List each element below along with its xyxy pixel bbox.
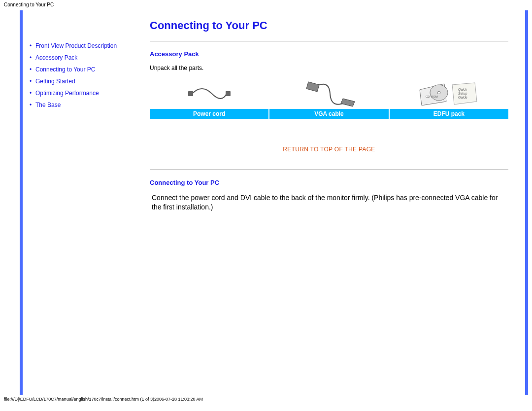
vga-cable-icon [299, 80, 359, 107]
divider [150, 41, 508, 41]
svg-marker-3 [341, 99, 355, 106]
main-content: Connecting to Your PC Accessory Pack Unp… [135, 10, 528, 395]
svg-rect-0 [188, 91, 193, 96]
sidebar-item-accessory-pack[interactable]: • Accessory Pack [30, 52, 133, 64]
sidebar-link[interactable]: The Base [35, 101, 61, 109]
image-edfu-pack: CD-ROM Quick Setup Guide [389, 78, 508, 109]
footer-path: file:///D|/EDFU/LCD/170C7/manual/english… [0, 395, 532, 405]
bullet-icon: • [30, 53, 35, 62]
svg-rect-1 [226, 91, 231, 96]
bullet-icon: • [30, 101, 35, 109]
bullet-icon: • [30, 89, 35, 98]
sidebar-item-front-view[interactable]: • Front View Product Description [30, 40, 133, 52]
section-heading-connecting: Connecting to Your PC [150, 179, 508, 186]
svg-point-6 [437, 91, 440, 94]
accessory-images-row: CD-ROM Quick Setup Guide [150, 78, 508, 109]
sidebar-link[interactable]: Accessory Pack [35, 53, 77, 62]
bullet-icon: • [30, 65, 35, 74]
return-to-top[interactable]: RETURN TO TOP OF THE PAGE [150, 145, 508, 153]
return-to-top-link[interactable]: RETURN TO TOP OF THE PAGE [283, 146, 375, 153]
section-paragraph-connect: Connect the power cord and DVI cable to … [152, 193, 508, 212]
image-vga-cable [269, 78, 389, 109]
sidebar-link[interactable]: Getting Started [35, 77, 75, 86]
svg-text:Guide: Guide [458, 96, 467, 99]
image-power-cord [150, 78, 269, 109]
sidebar-item-getting-started[interactable]: • Getting Started [30, 75, 133, 87]
sidebar: • Front View Product Description • Acces… [23, 10, 135, 395]
sidebar-item-optimizing[interactable]: • Optimizing Performance [30, 87, 133, 99]
label-vga-cable: VGA cable [269, 109, 389, 119]
right-border [525, 10, 528, 395]
accessory-labels-row: Power cord VGA cable EDFU pack [150, 109, 508, 119]
page-title: Connecting to Your PC [150, 19, 508, 32]
sidebar-link[interactable]: Front View Product Description [35, 41, 117, 50]
page-frame: • Front View Product Description • Acces… [20, 10, 528, 395]
power-cord-icon [187, 81, 232, 106]
sidebar-item-the-base[interactable]: • The Base [30, 99, 133, 111]
bullet-icon: • [30, 77, 35, 86]
section-heading-accessory-pack: Accessory Pack [150, 50, 508, 58]
svg-text:Setup: Setup [458, 92, 467, 96]
label-edfu-pack: EDFU pack [390, 109, 508, 119]
sidebar-link[interactable]: Optimizing Performance [35, 89, 99, 98]
section-text-unpack: Unpack all the parts. [150, 65, 508, 71]
edfu-pack-icon: CD-ROM Quick Setup Guide [417, 80, 481, 107]
label-power-cord: Power cord [150, 109, 269, 119]
bullet-icon: • [30, 41, 35, 50]
sidebar-item-connecting[interactable]: • Connecting to Your PC [30, 64, 133, 75]
window-title: Connecting to Your PC [0, 0, 532, 7]
svg-text:Quick: Quick [458, 88, 467, 92]
divider [150, 170, 508, 170]
sidebar-link[interactable]: Connecting to Your PC [35, 65, 95, 74]
svg-marker-2 [306, 82, 319, 92]
svg-text:CD-ROM: CD-ROM [426, 95, 438, 98]
